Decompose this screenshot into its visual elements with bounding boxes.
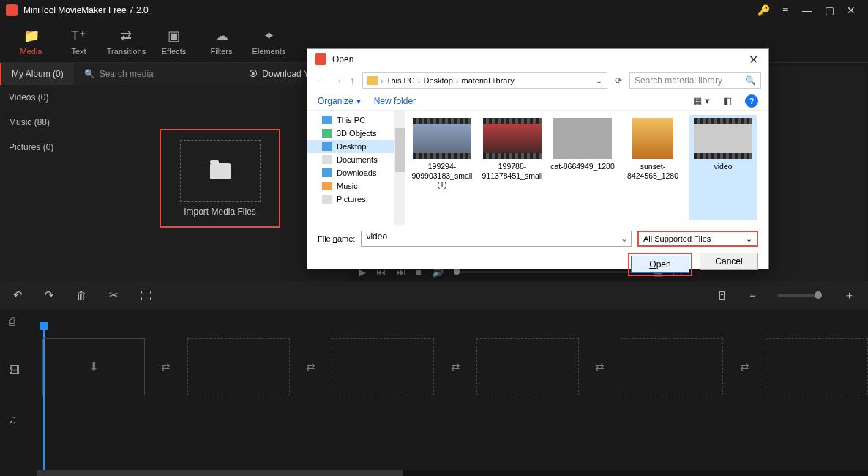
playhead[interactable] [40, 322, 48, 330]
open-button[interactable]: Open [631, 256, 689, 273]
filename-input[interactable]: video⌄ [361, 231, 632, 247]
open-file-dialog: Open ✕ ← → ↑ › This PC › Desktop › mater… [307, 48, 769, 269]
search-icon: 🔍 [84, 69, 95, 79]
titlebar: MiniTool MovieMaker Free 7.2.0 🔑 ≡ — ▢ ✕ [0, 0, 868, 21]
transition-slot[interactable]: ⇄ [152, 338, 179, 395]
filters-icon: ☁ [215, 28, 228, 44]
folder-tree: This PC 3D Objects Desktop Documents Dow… [307, 111, 395, 225]
breadcrumb-desktop[interactable]: Desktop [423, 76, 452, 85]
chevron-down-icon: ⌄ [746, 234, 752, 244]
cut-button[interactable]: ✂ [109, 289, 119, 302]
filetype-select[interactable]: All Supported Files⌄ [637, 231, 758, 247]
crop-button[interactable]: ⛶ [141, 289, 151, 302]
folder-icon [367, 76, 378, 85]
timeline-toolbar: ↶ ↷ 🗑 ✂ ⛶ 🎚 − ＋ [0, 281, 868, 309]
tree-music[interactable]: Music [307, 179, 394, 193]
clip-slot[interactable] [621, 338, 723, 395]
app-title: MiniTool MovieMaker Free 7.2.0 [23, 5, 752, 15]
clip-slot[interactable] [476, 338, 579, 395]
transition-slot[interactable]: ⇄ [441, 338, 468, 395]
tab-my-album[interactable]: My Album (0) [0, 63, 74, 85]
app-logo [6, 4, 18, 16]
audio-track-icon: ♫ [9, 413, 31, 425]
help-button[interactable]: ? [745, 94, 758, 108]
file-item[interactable]: cat-8664949_1280 [549, 115, 616, 220]
file-item[interactable]: sunset-8424565_1280 [619, 115, 686, 220]
zoom-out-button[interactable]: − [749, 289, 756, 302]
tab-transitions[interactable]: ⇄Transitions [102, 21, 150, 62]
breadcrumb-folder[interactable]: material library [462, 76, 515, 85]
maximize-button[interactable]: ▢ [818, 0, 840, 21]
tree-desktop[interactable]: Desktop [307, 140, 394, 153]
cancel-button[interactable]: Cancel [700, 253, 758, 270]
file-item[interactable]: 199294-909903183_small (1) [408, 115, 476, 220]
clip-slot[interactable] [332, 338, 434, 395]
tab-elements[interactable]: ✦Elements [245, 21, 293, 62]
import-media-label: Import Media Files [184, 207, 256, 217]
search-icon: 🔍 [745, 75, 756, 86]
folder-icon: 📁 [23, 28, 40, 44]
clip-slot[interactable]: ⬇ [42, 338, 145, 395]
menu-icon[interactable]: ≡ [774, 0, 796, 21]
transitions-icon: ⇄ [121, 28, 132, 44]
timeline-scrollbar[interactable] [37, 470, 868, 476]
import-media-box[interactable]: Import Media Files [160, 129, 280, 228]
transition-slot[interactable]: ⇄ [586, 338, 613, 395]
media-search[interactable]: 🔍Search media [74, 69, 164, 79]
zoom-slider[interactable] [778, 294, 822, 297]
category-videos[interactable]: Videos (0) [0, 85, 95, 110]
transition-slot[interactable]: ⇄ [297, 338, 324, 395]
tree-downloads[interactable]: Downloads [307, 166, 394, 179]
new-folder-button[interactable]: New folder [374, 96, 416, 106]
category-music[interactable]: Music (88) [0, 110, 95, 135]
dialog-close-button[interactable]: ✕ [746, 53, 761, 67]
up-button[interactable]: ↑ [350, 75, 355, 86]
tab-text[interactable]: T⁺Text [55, 21, 102, 62]
redo-button[interactable]: ↷ [45, 289, 54, 302]
clip-slot[interactable] [766, 338, 868, 395]
chevron-down-icon[interactable]: ⌄ [621, 234, 628, 244]
tree-thispc[interactable]: This PC [307, 114, 394, 127]
tab-filters[interactable]: ☁Filters [198, 21, 245, 62]
folder-icon [210, 163, 231, 179]
back-button[interactable]: ← [315, 75, 325, 86]
refresh-button[interactable]: ⟳ [615, 75, 622, 86]
tree-pictures[interactable]: Pictures [307, 193, 394, 206]
tree-scrollbar[interactable] [395, 111, 405, 225]
undo-button[interactable]: ↶ [13, 289, 23, 302]
dialog-title: Open [332, 54, 746, 64]
open-button-highlight: Open [628, 253, 692, 276]
video-track[interactable]: ⬇ ⇄ ⇄ ⇄ ⇄ ⇄ [42, 338, 868, 395]
breadcrumb[interactable]: › This PC › Desktop › material library ⌄ [362, 72, 607, 89]
category-pictures[interactable]: Pictures (0) [0, 135, 95, 160]
key-icon[interactable]: 🔑 [752, 0, 774, 21]
filename-label: File name: [318, 234, 355, 243]
view-button[interactable]: ▦ ▾ [693, 95, 710, 106]
close-button[interactable]: ✕ [840, 0, 862, 21]
effects-icon: ▣ [168, 28, 180, 44]
minimize-button[interactable]: — [796, 0, 818, 21]
delete-button[interactable]: 🗑 [76, 289, 87, 302]
add-track-button[interactable]: ⎙ [9, 315, 31, 327]
tree-documents[interactable]: Documents [307, 153, 394, 166]
dialog-search[interactable]: Search material library 🔍 [629, 72, 761, 89]
media-panel: My Album (0) 🔍Search media ⦿Download You… [0, 63, 348, 281]
transition-slot[interactable]: ⇄ [730, 338, 757, 395]
organize-button[interactable]: Organize ▾ [318, 96, 361, 106]
breadcrumb-thispc[interactable]: This PC [386, 76, 415, 85]
dialog-icon [315, 53, 326, 65]
file-item-selected[interactable]: video [689, 115, 757, 220]
tree-3dobjects[interactable]: 3D Objects [307, 127, 394, 140]
tab-media[interactable]: 📁Media [7, 21, 55, 62]
zoom-in-button[interactable]: ＋ [844, 289, 855, 302]
elements-icon: ✦ [263, 28, 274, 44]
forward-button[interactable]: → [332, 75, 343, 86]
text-icon: T⁺ [71, 28, 86, 44]
tab-effects[interactable]: ▣Effects [150, 21, 198, 62]
preview-pane-button[interactable]: ◧ [723, 95, 732, 106]
file-item[interactable]: 199788-911378451_small [479, 115, 546, 220]
timeline: ⎙ 🎞 ♫ ⬇ ⇄ ⇄ ⇄ ⇄ ⇄ [0, 309, 868, 476]
breadcrumb-dropdown[interactable]: ⌄ [596, 76, 602, 86]
clip-slot[interactable] [187, 338, 290, 395]
audio-mixer-button[interactable]: 🎚 [717, 289, 727, 302]
